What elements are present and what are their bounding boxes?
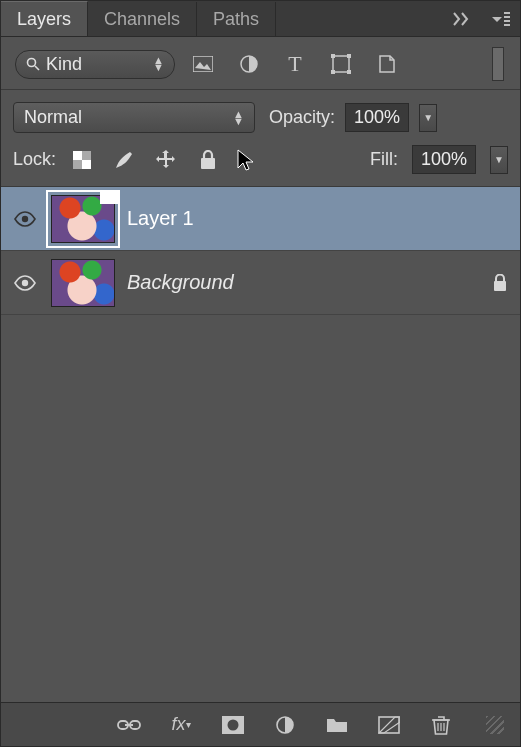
blend-mode-value: Normal	[24, 107, 82, 128]
panel-menu-icon[interactable]	[482, 1, 520, 36]
resize-grip-icon[interactable]	[486, 716, 504, 734]
layer-effects-icon[interactable]: fx▾	[168, 712, 194, 738]
lock-pixels-icon[interactable]	[112, 148, 136, 172]
svg-point-13	[22, 279, 28, 285]
delete-layer-icon[interactable]	[428, 712, 454, 738]
opacity-dropdown-icon[interactable]: ▼	[419, 104, 437, 132]
lock-icon	[492, 274, 508, 292]
filter-type-icons: T	[191, 52, 399, 76]
panel-tabs: Layers Channels Paths	[1, 1, 520, 37]
fill-label: Fill:	[370, 149, 398, 170]
svg-rect-5	[347, 54, 351, 58]
visibility-toggle[interactable]	[11, 211, 39, 227]
lock-transparency-icon[interactable]	[70, 148, 94, 172]
tab-paths[interactable]: Paths	[197, 2, 276, 36]
updown-icon: ▲▼	[153, 57, 164, 71]
svg-rect-3	[333, 56, 349, 72]
fill-dropdown-icon[interactable]: ▼	[490, 146, 508, 174]
layer-row[interactable]: Layer 1	[1, 187, 520, 251]
tab-layers[interactable]: Layers	[1, 1, 88, 36]
svg-rect-14	[494, 281, 506, 291]
filter-type-icon[interactable]: T	[283, 52, 307, 76]
svg-rect-9	[73, 151, 82, 160]
svg-rect-10	[82, 160, 91, 169]
lock-row: Lock: Fill: 100% ▼	[1, 139, 520, 187]
tab-channels[interactable]: Channels	[88, 2, 197, 36]
search-icon	[26, 57, 40, 71]
lock-position-icon[interactable]	[154, 148, 178, 172]
link-layers-icon[interactable]	[116, 712, 142, 738]
fill-value[interactable]: 100%	[412, 145, 476, 174]
filter-kind-label: Kind	[46, 54, 82, 75]
visibility-toggle[interactable]	[11, 275, 39, 291]
layer-name[interactable]: Background	[127, 271, 480, 294]
layer-thumbnail[interactable]	[51, 195, 115, 243]
svg-point-0	[28, 59, 36, 67]
svg-rect-17	[125, 724, 133, 726]
svg-point-19	[228, 719, 239, 730]
adjustment-layer-icon[interactable]	[272, 712, 298, 738]
opacity-label: Opacity:	[269, 107, 335, 128]
layer-name[interactable]: Layer 1	[127, 207, 508, 230]
lock-all-icon[interactable]	[196, 148, 220, 172]
lock-label: Lock:	[13, 149, 56, 170]
blend-mode-select[interactable]: Normal ▲▼	[13, 102, 255, 133]
svg-point-12	[22, 215, 28, 221]
layer-row[interactable]: Background	[1, 251, 520, 315]
filter-adjustment-icon[interactable]	[237, 52, 261, 76]
svg-rect-7	[347, 70, 351, 74]
layer-thumbnail[interactable]	[51, 259, 115, 307]
updown-icon: ▲▼	[233, 111, 244, 125]
svg-rect-6	[331, 70, 335, 74]
filter-pixel-icon[interactable]	[191, 52, 215, 76]
layer-bottom-toolbar: fx▾	[1, 702, 520, 746]
filter-smartobject-icon[interactable]	[375, 52, 399, 76]
layer-mask-icon[interactable]	[220, 712, 246, 738]
filter-toggle[interactable]	[492, 47, 504, 81]
blend-row: Normal ▲▼ Opacity: 100% ▼	[1, 90, 520, 139]
svg-rect-4	[331, 54, 335, 58]
layers-panel: Layers Channels Paths Kind ▲▼ T	[0, 0, 521, 747]
svg-rect-11	[201, 158, 215, 169]
filter-kind-select[interactable]: Kind ▲▼	[15, 50, 175, 79]
filter-shape-icon[interactable]	[329, 52, 353, 76]
filter-row: Kind ▲▼ T	[1, 37, 520, 90]
new-layer-icon[interactable]	[376, 712, 402, 738]
collapse-icon[interactable]	[442, 1, 482, 36]
opacity-value[interactable]: 100%	[345, 103, 409, 132]
layer-list: Layer 1 Background	[1, 187, 520, 702]
group-icon[interactable]	[324, 712, 350, 738]
